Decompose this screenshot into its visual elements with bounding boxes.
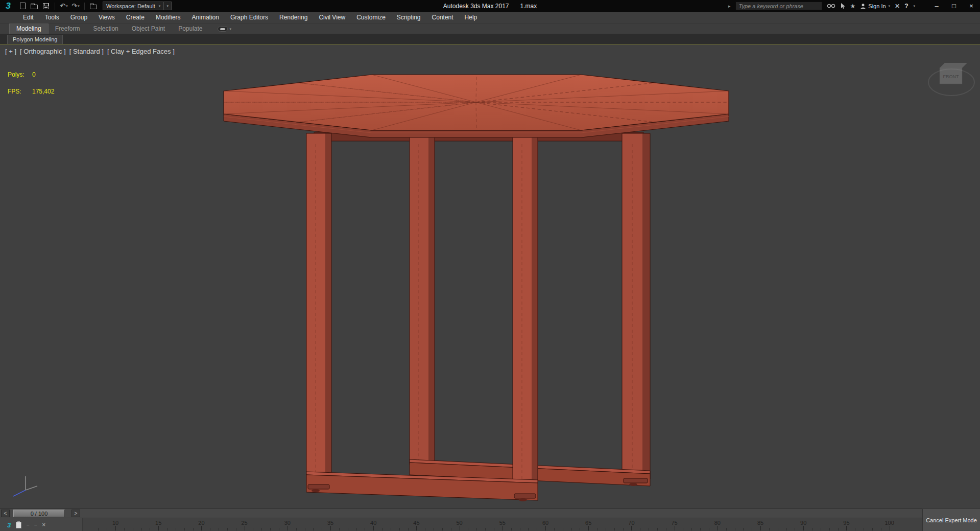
trackbar-tick	[288, 526, 288, 530]
trackbar-tick	[494, 528, 494, 530]
project-folder-icon	[90, 5, 97, 9]
trackbar-tick	[718, 526, 718, 530]
communication-center-icon[interactable]: ✕	[895, 2, 900, 11]
quick-access-toolbar: ↶▾ ↷▾	[18, 2, 98, 11]
time-slider-handle[interactable]: 0 / 100	[13, 510, 65, 517]
table-top[interactable]	[224, 75, 729, 137]
trackbar-tick	[872, 528, 873, 530]
ribbon-tab-freeform[interactable]: Freeform	[49, 24, 87, 34]
workspace-options-button[interactable]: ▾	[164, 2, 172, 10]
favorites-star-icon[interactable]: ★	[850, 2, 856, 11]
table-leg-front-left[interactable]	[306, 133, 331, 485]
previous-frame-button[interactable]: <	[1, 510, 10, 517]
menu-item-graph-editors[interactable]: Graph Editors	[225, 12, 274, 23]
undo-dropdown-icon[interactable]: ▾	[66, 4, 68, 8]
viewport-shading-menu[interactable]: [ Clay + Edged Faces ]	[107, 48, 175, 55]
trackbar-tick	[881, 528, 881, 530]
viewport-standard-menu[interactable]: [ Standard ]	[69, 48, 104, 55]
ribbon-tab-modeling[interactable]: Modeling	[9, 24, 49, 34]
undo-button[interactable]: ↶▾	[60, 2, 68, 11]
trackbar-tick-label: 45	[413, 520, 419, 526]
trackbar-tick	[545, 526, 546, 530]
trackbar-tick	[124, 528, 125, 530]
set-project-folder-button[interactable]	[89, 2, 98, 11]
open-file-button[interactable]	[30, 2, 38, 11]
redo-dropdown-icon[interactable]: ▾	[78, 4, 80, 8]
app-name-text: Autodesk 3ds Max 2017	[443, 3, 509, 10]
menu-item-views[interactable]: Views	[93, 12, 121, 23]
trackbar-close-icon[interactable]: ×	[42, 521, 45, 528]
search-expand-icon[interactable]: ▸	[728, 4, 731, 9]
close-button[interactable]: ×	[963, 0, 980, 12]
redo-button[interactable]: ↷▾	[71, 2, 80, 11]
ribbon-panel-strip: Polygon Modeling	[0, 34, 980, 44]
track-bar[interactable]: 101520253035404550556065707580859095100 …	[0, 518, 980, 531]
pointer-icon[interactable]	[840, 2, 846, 11]
trackbar-tick	[348, 528, 348, 530]
workspace-dropdown[interactable]: Workspace: Default ▾	[103, 2, 164, 10]
menu-item-civil-view[interactable]: Civil View	[313, 12, 351, 23]
ribbon-tab-bar: ModelingFreeformSelectionObject PaintPop…	[0, 23, 980, 34]
menu-item-group[interactable]: Group	[65, 12, 93, 23]
trackbar-tick-label: 80	[714, 520, 721, 526]
ribbon-minimize-control[interactable]: ▾	[218, 26, 232, 32]
menu-item-help[interactable]: Help	[459, 12, 483, 23]
ribbon-tab-list: ModelingFreeformSelectionObject PaintPop…	[9, 24, 209, 34]
table-leg-back-right[interactable]	[622, 133, 650, 479]
viewport-canvas[interactable]: FRONT	[0, 44, 980, 509]
save-file-button[interactable]	[42, 2, 50, 11]
trackbar-tick	[631, 526, 632, 530]
sign-in-button[interactable]: Sign In ▾	[860, 3, 890, 9]
cancel-expert-mode-button[interactable]: Cancel Expert Mode	[922, 509, 980, 531]
trackbar-tick-label: 35	[327, 520, 333, 526]
polygon-modeling-panel-tab[interactable]: Polygon Modeling	[7, 35, 63, 44]
trackbar-tick	[838, 528, 839, 530]
table-leg-front-right[interactable]	[513, 133, 538, 494]
menu-item-scripting[interactable]: Scripting	[391, 12, 426, 23]
view-cube[interactable]: FRONT	[928, 63, 974, 96]
chevron-down-icon: ▾	[889, 4, 891, 8]
ribbon-tab-selection[interactable]: Selection	[86, 24, 125, 34]
ribbon-tab-populate[interactable]: Populate	[172, 24, 209, 34]
new-scene-button[interactable]	[18, 2, 27, 11]
menu-item-edit[interactable]: Edit	[17, 12, 39, 23]
table-leg-back-left[interactable]	[410, 133, 435, 465]
menu-item-tools[interactable]: Tools	[39, 12, 65, 23]
help-dropdown-icon[interactable]: ▾	[913, 4, 915, 8]
clipboard-icon[interactable]	[16, 522, 21, 528]
trackbar-tick	[210, 528, 210, 530]
trackbar-tick	[313, 528, 314, 530]
viewport[interactable]: [ + ] [ Orthographic ] [ Standard ] [ Cl…	[0, 44, 980, 509]
trackbar-tick	[657, 528, 658, 530]
help-icon[interactable]: ?	[904, 2, 908, 11]
next-frame-button[interactable]: >	[71, 510, 80, 517]
chevron-down-icon: ▾	[159, 4, 161, 8]
ribbon-tab-object-paint[interactable]: Object Paint	[125, 24, 172, 34]
trackbar-tick	[520, 528, 520, 530]
table-3d-model[interactable]	[224, 75, 729, 501]
viewport-pov-menu[interactable]: [ Orthographic ]	[20, 48, 66, 55]
trackbar-tick-label: 20	[198, 520, 204, 526]
trackbar-tick	[726, 528, 727, 530]
trackbar-tick	[812, 528, 812, 530]
maximize-button[interactable]: □	[945, 0, 963, 12]
trackbar-tick	[322, 528, 322, 530]
trackbar-tick	[201, 526, 202, 530]
trackbar-tick	[219, 528, 219, 530]
menu-item-customize[interactable]: Customize	[351, 12, 391, 23]
toolbar-separator	[84, 3, 85, 10]
binoculars-icon[interactable]	[827, 2, 835, 11]
menu-item-animation[interactable]: Animation	[186, 12, 225, 23]
viewport-general-menu[interactable]: [ + ]	[5, 48, 16, 55]
3dsmax-logo-icon[interactable]: 3	[0, 0, 16, 12]
menu-item-create[interactable]: Create	[121, 12, 150, 23]
menu-item-rendering[interactable]: Rendering	[274, 12, 313, 23]
minimize-button[interactable]: –	[928, 0, 945, 12]
trackbar-tick	[107, 528, 107, 530]
menu-item-modifiers[interactable]: Modifiers	[150, 12, 186, 23]
search-input[interactable]	[735, 2, 822, 10]
trackbar-tick	[890, 526, 890, 530]
trackbar-tick	[666, 528, 666, 530]
viewcube-front-face[interactable]: FRONT	[943, 74, 959, 79]
menu-item-content[interactable]: Content	[426, 12, 459, 23]
